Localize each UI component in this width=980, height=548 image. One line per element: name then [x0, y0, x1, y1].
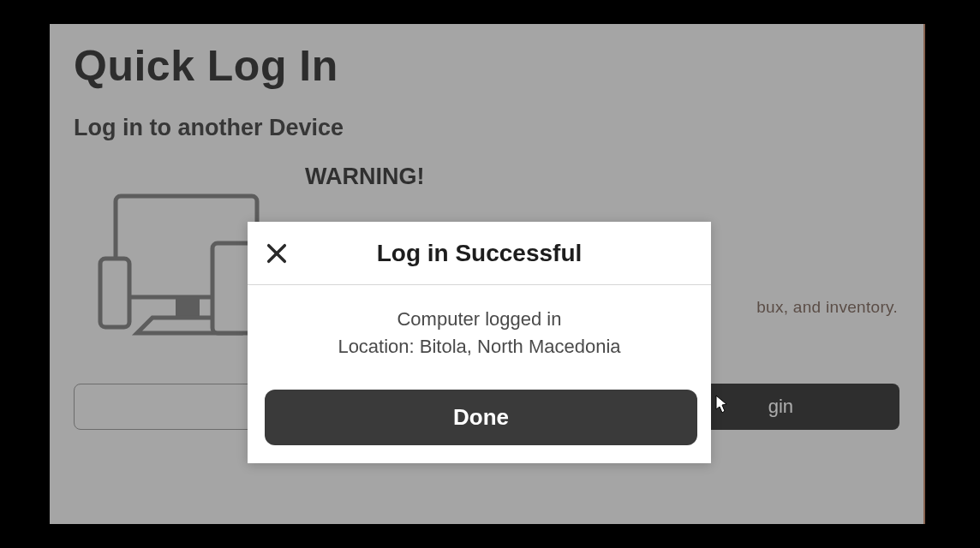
modal-header: Log in Successful: [248, 222, 711, 285]
close-icon[interactable]: [265, 241, 289, 265]
modal-title: Log in Successful: [248, 240, 711, 267]
done-button[interactable]: Done: [265, 390, 697, 445]
done-button-label: Done: [453, 404, 509, 430]
modal-location-line: Location: Bitola, North Macedonia: [265, 333, 694, 360]
cursor-pointer-icon: [711, 394, 730, 416]
login-success-modal: Log in Successful Computer logged in Loc…: [248, 222, 711, 463]
modal-body: Computer logged in Location: Bitola, Nor…: [248, 285, 711, 445]
modal-status-line: Computer logged in: [265, 306, 694, 333]
